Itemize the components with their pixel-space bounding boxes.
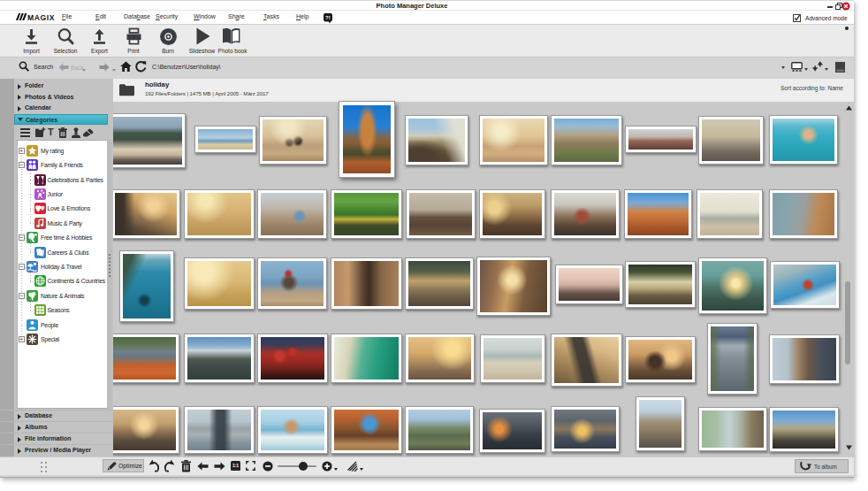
- svg-text:?!: ?!: [325, 15, 331, 20]
- svg-text:MAGIX: MAGIX: [27, 13, 55, 22]
